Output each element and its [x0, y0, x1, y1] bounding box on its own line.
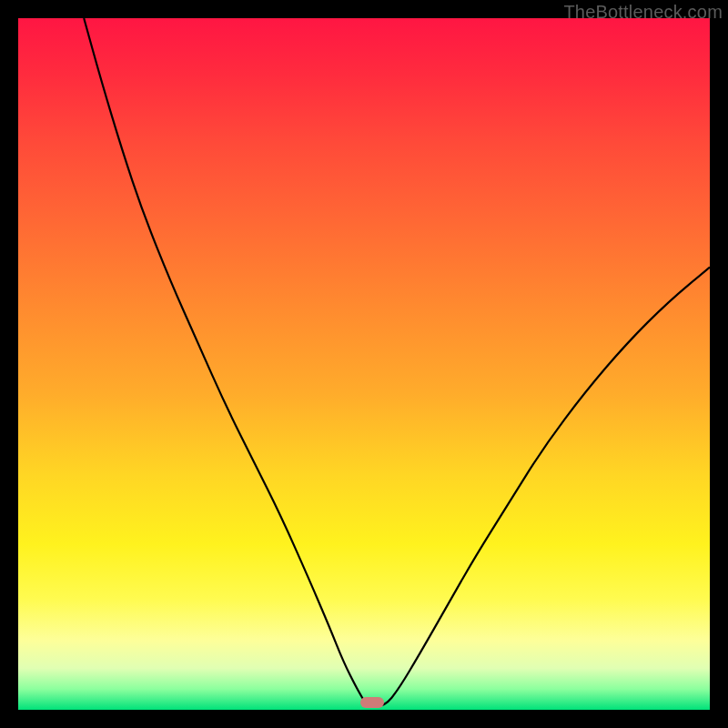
bottleneck-curve: [18, 18, 710, 710]
watermark-text: TheBottleneck.com: [563, 2, 723, 23]
curve-path: [84, 18, 710, 706]
chart-frame: TheBottleneck.com: [0, 0, 728, 728]
minimum-marker: [360, 697, 384, 708]
